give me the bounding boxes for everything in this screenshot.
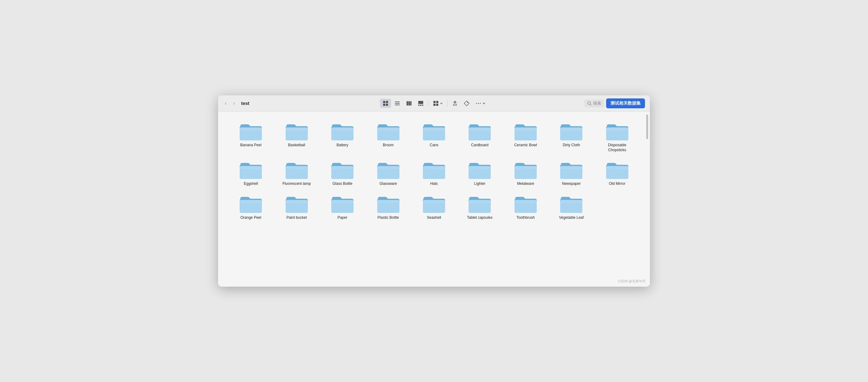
toolbar-separator-2	[447, 100, 447, 107]
svg-point-18	[467, 102, 468, 103]
tag-button[interactable]	[461, 99, 472, 108]
folder-item[interactable]: Lighter	[457, 157, 502, 189]
view-gallery-button[interactable]	[415, 99, 426, 108]
gallery-icon	[417, 100, 424, 107]
share-icon	[452, 100, 458, 107]
window-title: test	[241, 100, 250, 106]
search-box[interactable]: 搜索	[584, 99, 604, 107]
back-button[interactable]: ‹	[223, 99, 228, 107]
svg-rect-56	[286, 166, 308, 169]
folder-item[interactable]: Seashell	[411, 191, 457, 223]
folder-item[interactable]: Cans	[411, 119, 457, 155]
group-button[interactable]	[430, 99, 445, 108]
share-button[interactable]	[450, 99, 461, 108]
svg-rect-41	[469, 127, 491, 130]
svg-rect-12	[420, 105, 421, 106]
folder-item[interactable]: Paint bucket	[274, 191, 319, 223]
folder-icon	[514, 195, 537, 213]
folder-label: Cans	[430, 143, 438, 148]
folder-icon	[606, 160, 629, 180]
folder-item[interactable]: Metalware	[503, 157, 549, 189]
folder-item[interactable]: Banana Peel	[228, 119, 274, 155]
folder-icon	[468, 195, 491, 213]
folder-label: Broom	[383, 143, 394, 148]
view-grid-button[interactable]	[380, 99, 391, 108]
svg-rect-9	[410, 101, 411, 106]
folder-item[interactable]: Basketball	[274, 119, 319, 155]
toolbar-separator-1	[428, 100, 429, 107]
folder-icon	[606, 122, 629, 141]
svg-rect-15	[436, 101, 438, 103]
folder-label: Tablet capsules	[467, 215, 493, 220]
folder-icon	[331, 160, 354, 180]
folder-item[interactable]: Fluorescent lamp	[274, 157, 319, 189]
folder-icon	[239, 122, 262, 141]
folder-item[interactable]: Dirty Cloth	[549, 119, 594, 155]
svg-rect-101	[560, 200, 582, 203]
svg-rect-44	[515, 127, 537, 130]
svg-rect-10	[418, 101, 423, 104]
group-icon	[433, 100, 439, 107]
folder-item[interactable]: Paper	[319, 191, 365, 223]
svg-point-20	[478, 103, 479, 104]
test-dataset-button[interactable]: 测试相关数据集	[606, 98, 645, 108]
folder-label: Dirty Cloth	[563, 143, 580, 148]
scrollbar[interactable]	[646, 111, 649, 287]
folder-item[interactable]: Cardboard	[457, 119, 502, 155]
svg-rect-14	[433, 101, 436, 103]
folder-item[interactable]: Ceramic Bowl	[503, 119, 549, 155]
svg-line-23	[590, 104, 592, 105]
folder-label: Metalware	[517, 181, 534, 186]
toolbar-right: 搜索 测试相关数据集	[584, 98, 645, 108]
folder-icon	[239, 195, 262, 213]
folder-icon	[285, 195, 308, 213]
svg-rect-5	[395, 103, 400, 104]
chevron-down-icon	[440, 102, 443, 105]
view-list-button[interactable]	[392, 99, 403, 108]
folder-item[interactable]: Toothbrush	[503, 191, 549, 223]
folder-item[interactable]: Old Mirror	[594, 157, 640, 189]
svg-rect-32	[331, 127, 353, 130]
svg-rect-95	[469, 200, 491, 203]
folder-item[interactable]: Battery	[319, 119, 365, 155]
forward-button[interactable]: ›	[231, 99, 237, 107]
folder-label: Seashell	[427, 215, 441, 220]
grid-icon	[382, 100, 389, 107]
folder-label: Eggshell	[244, 181, 258, 186]
svg-rect-98	[515, 200, 537, 203]
svg-rect-47	[560, 127, 582, 130]
svg-rect-29	[286, 127, 308, 130]
folder-icon	[422, 195, 446, 213]
svg-rect-89	[377, 200, 399, 203]
svg-rect-86	[331, 200, 353, 203]
folder-item[interactable]: Plastic Bottle	[365, 191, 411, 223]
folder-item[interactable]: Vegetable Leaf	[549, 191, 594, 223]
folder-item[interactable]: Tablet capsules	[457, 191, 502, 223]
folder-label: Orange Peel	[241, 215, 261, 220]
folder-label: Banana Peel	[240, 143, 261, 148]
folder-label: Glassware	[379, 181, 397, 186]
svg-rect-65	[423, 166, 445, 169]
folder-icon	[468, 122, 491, 141]
folder-icon	[331, 122, 354, 141]
folder-label: Cardboard	[471, 143, 489, 148]
folder-label: Fluorescent lamp	[283, 181, 311, 186]
folder-item[interactable]: Glassware	[365, 157, 411, 189]
folder-label: Ceramic Bowl	[514, 143, 537, 148]
svg-rect-3	[386, 104, 388, 106]
folder-item[interactable]: Hats	[411, 157, 457, 189]
more-button[interactable]	[473, 99, 488, 108]
svg-rect-7	[407, 101, 408, 106]
svg-rect-26	[240, 127, 262, 130]
folder-item[interactable]: Eggshell	[228, 157, 274, 189]
svg-rect-17	[436, 104, 438, 106]
view-columns-button[interactable]	[403, 99, 414, 108]
folder-item[interactable]: Glass Bottle	[319, 157, 365, 189]
folder-icon	[560, 122, 583, 141]
folder-label: Paper	[337, 215, 347, 220]
folder-item[interactable]: Orange Peel	[228, 191, 274, 223]
folder-item[interactable]: Disposable Chopsticks	[594, 119, 640, 155]
folder-item[interactable]: Newspaper	[549, 157, 594, 189]
folder-item[interactable]: Broom	[365, 119, 411, 155]
folder-icon	[468, 160, 491, 180]
